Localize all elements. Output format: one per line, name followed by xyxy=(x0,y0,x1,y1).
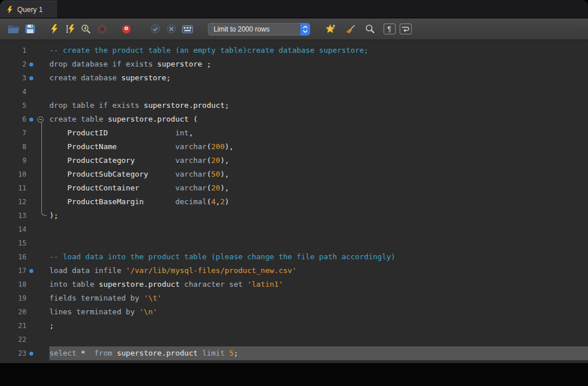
code-line-3[interactable]: 3create database superstore; xyxy=(0,71,588,85)
rollback-icon[interactable] xyxy=(163,22,179,37)
code-token: ), xyxy=(220,156,229,165)
explain-plan-icon[interactable] xyxy=(78,22,94,37)
code-token: superstore.product xyxy=(94,280,184,288)
show-invisibles-icon[interactable]: ¶ xyxy=(381,22,397,37)
code-line-16[interactable]: 16-- load data into the product table (p… xyxy=(0,250,588,264)
code-text[interactable]: into table superstore.product character … xyxy=(49,278,588,291)
code-token: ( xyxy=(207,170,211,178)
line-number: 13 xyxy=(0,209,26,223)
code-token: character set xyxy=(184,280,243,288)
code-token: ( xyxy=(207,156,211,165)
code-token: ProductCategory xyxy=(49,156,175,165)
code-text[interactable]: ProductID int, xyxy=(49,126,588,140)
gutter: 17 xyxy=(0,264,49,278)
code-text[interactable] xyxy=(49,333,588,346)
code-line-9[interactable]: 9 ProductCategory varchar(20), xyxy=(0,154,588,167)
pilcrow-icon: ¶ xyxy=(384,24,396,34)
line-number: 11 xyxy=(0,181,26,195)
gutter: 14 xyxy=(0,223,49,236)
code-line-22[interactable]: 22 xyxy=(0,333,588,346)
code-text[interactable]: drop database if exists superstore ; xyxy=(49,57,588,71)
line-number: 21 xyxy=(0,319,26,333)
code-line-20[interactable]: 20lines terminated by '\n' xyxy=(0,305,588,319)
find-icon[interactable] xyxy=(362,22,378,37)
code-text[interactable]: select * from superstore.product limit 5… xyxy=(49,346,588,360)
code-line-2[interactable]: 2drop database if exists superstore ; xyxy=(0,57,588,71)
query-toolbar: Limit to 2000 rows xyxy=(0,18,588,40)
code-text[interactable] xyxy=(49,223,588,236)
code-token: ProductName xyxy=(49,142,175,151)
code-line-6[interactable]: 6create table superstore.product ( xyxy=(0,112,588,126)
code-token: superstore.product; xyxy=(140,101,230,110)
code-text[interactable]: load data infile '/var/lib/mysql-files/p… xyxy=(49,264,588,278)
code-token: into table xyxy=(49,280,94,288)
fold-collapse-icon[interactable] xyxy=(37,116,44,123)
code-text[interactable]: ProductContainer varchar(20), xyxy=(49,181,588,195)
execute-current-statement-icon[interactable] xyxy=(62,22,78,37)
limit-rows-value: Limit to 2000 rows xyxy=(208,25,300,33)
code-text[interactable] xyxy=(49,85,588,99)
code-token: varchar xyxy=(175,170,207,178)
stop-execution-icon[interactable] xyxy=(94,22,110,37)
line-number: 15 xyxy=(0,236,26,250)
code-line-12[interactable]: 12 ProductBaseMargin decimal(4,2) xyxy=(0,195,588,209)
line-number: 18 xyxy=(0,278,26,291)
code-text[interactable]: create database superstore; xyxy=(49,71,588,85)
code-line-17[interactable]: 17load data infile '/var/lib/mysql-files… xyxy=(0,264,588,278)
code-line-5[interactable]: 5drop table if exists superstore.product… xyxy=(0,99,588,112)
autocommit-toggle-icon[interactable] xyxy=(179,22,195,37)
code-line-10[interactable]: 10 ProductSubCategory varchar(50), xyxy=(0,167,588,181)
code-line-11[interactable]: 11 ProductContainer varchar(20), xyxy=(0,181,588,195)
editor-bottom-area xyxy=(0,363,588,386)
code-text[interactable]: -- create the product table (an empty ta… xyxy=(49,44,588,57)
gutter: 15 xyxy=(0,236,49,250)
tab-query-1[interactable]: Query 1 xyxy=(0,1,58,18)
code-token: '\t' xyxy=(144,294,161,302)
wrap-text-icon[interactable] xyxy=(397,22,413,37)
code-line-1[interactable]: 1-- create the product table (an empty t… xyxy=(0,44,588,57)
commit-icon[interactable] xyxy=(147,22,163,37)
code-text[interactable]: -- load data into the product table (ple… xyxy=(49,250,588,264)
code-token xyxy=(225,349,229,357)
statement-marker xyxy=(26,63,36,67)
code-line-23[interactable]: 23select * from superstore.product limit… xyxy=(0,346,588,360)
code-line-13[interactable]: 13); xyxy=(0,209,588,223)
code-token: '\n' xyxy=(140,307,157,316)
code-text[interactable]: create table superstore.product ( xyxy=(49,112,588,126)
line-number: 10 xyxy=(0,167,26,181)
code-text[interactable]: ); xyxy=(49,209,588,223)
code-token: superstore.product xyxy=(113,349,203,357)
code-line-18[interactable]: 18into table superstore.product characte… xyxy=(0,278,588,291)
code-line-21[interactable]: 21; xyxy=(0,319,588,333)
code-text[interactable]: ProductSubCategory varchar(50), xyxy=(49,167,588,181)
code-text[interactable]: ProductName varchar(200), xyxy=(49,140,588,154)
gutter: 5 xyxy=(0,99,49,112)
code-text[interactable]: ProductCategory varchar(20), xyxy=(49,154,588,167)
statement-marker xyxy=(26,118,36,122)
beautify-script-icon[interactable] xyxy=(342,22,358,37)
chevron-up-down-icon xyxy=(300,23,310,36)
code-line-15[interactable]: 15 xyxy=(0,236,588,250)
stop-on-error-toggle-icon[interactable] xyxy=(118,22,134,37)
open-script-icon[interactable] xyxy=(6,22,22,37)
save-snippet-icon[interactable] xyxy=(323,22,339,37)
gutter: 18 xyxy=(0,278,49,291)
code-text[interactable] xyxy=(49,236,588,250)
code-text[interactable]: fields terminated by '\t' xyxy=(49,291,588,305)
code-text[interactable]: ; xyxy=(49,319,588,333)
code-token: ProductID xyxy=(49,128,175,137)
code-line-8[interactable]: 8 ProductName varchar(200), xyxy=(0,140,588,154)
sql-editor[interactable]: 1-- create the product table (an empty t… xyxy=(0,40,588,363)
code-text[interactable]: drop table if exists superstore.product; xyxy=(49,99,588,112)
code-text[interactable]: ProductBaseMargin decimal(4,2) xyxy=(49,195,588,209)
code-line-7[interactable]: 7 ProductID int, xyxy=(0,126,588,140)
code-line-19[interactable]: 19fields terminated by '\t' xyxy=(0,291,588,305)
code-line-14[interactable]: 14 xyxy=(0,223,588,236)
code-line-4[interactable]: 4 xyxy=(0,85,588,99)
gutter: 2 xyxy=(0,57,49,71)
limit-rows-select[interactable]: Limit to 2000 rows xyxy=(208,23,310,36)
execute-script-icon[interactable] xyxy=(46,22,62,37)
code-text[interactable]: lines terminated by '\n' xyxy=(49,305,588,319)
save-script-icon[interactable] xyxy=(22,22,38,37)
code-token: lines terminated by xyxy=(49,307,135,316)
